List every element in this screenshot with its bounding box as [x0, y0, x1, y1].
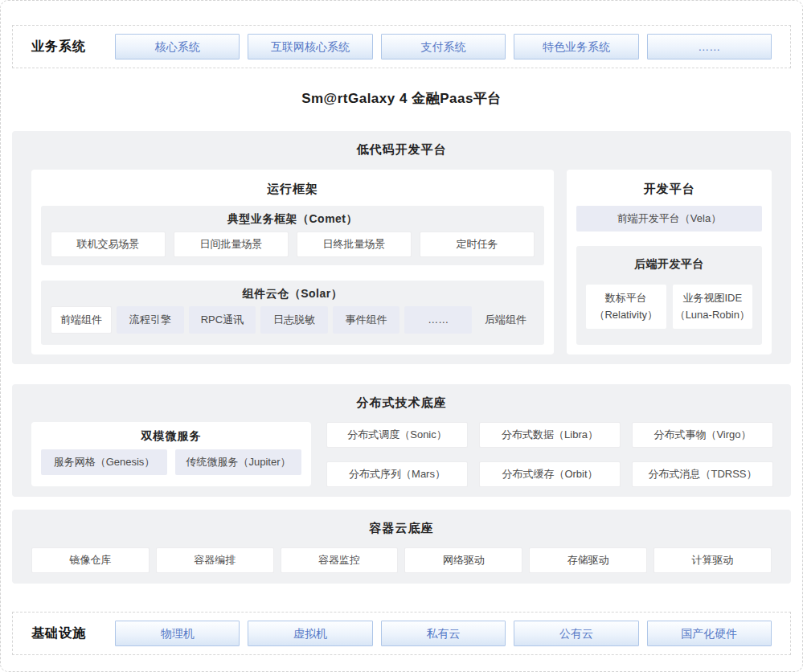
compute-driver-chip: 计算驱动 — [653, 547, 772, 573]
runtime-framework-panel: 运行框架 典型业务框架（Comet） 联机交易场景 日间批量场景 日终批量场景 … — [31, 170, 554, 354]
core-system-button[interactable]: 核心系统 — [115, 34, 240, 59]
relativity-platform-code: （Relativity） — [586, 307, 666, 323]
business-systems-row: 业务系统 核心系统 互联网核心系统 支付系统 特色业务系统 …… — [12, 25, 791, 68]
comet-items: 联机交易场景 日间批量场景 日终批量场景 定时任务 — [51, 232, 535, 257]
luna-robin-ide-name: 业务视图IDE — [673, 290, 753, 306]
online-transaction-chip: 联机交易场景 — [51, 232, 166, 257]
comet-framework-box: 典型业务框架（Comet） 联机交易场景 日间批量场景 日终批量场景 定时任务 — [41, 206, 544, 265]
special-business-system-button[interactable]: 特色业务系统 — [514, 34, 638, 59]
more-systems-button[interactable]: …… — [647, 34, 772, 59]
virgo-transaction-chip: 分布式事物（Virgo） — [632, 422, 773, 448]
runtime-framework-title: 运行框架 — [31, 170, 554, 206]
relativity-platform-card: 数标平台 （Relativity） — [586, 285, 666, 329]
backend-dev-items: 数标平台 （Relativity） 业务视图IDE （Luna-Robin） — [586, 285, 752, 329]
tdrss-message-chip: 分布式消息（TDRSS） — [632, 461, 773, 487]
process-engine-chip: 流程引擎 — [117, 306, 184, 334]
container-monitoring-chip: 容器监控 — [281, 547, 399, 573]
virtual-machine-button[interactable]: 虚拟机 — [248, 621, 372, 646]
business-systems-buttons: 核心系统 互联网核心系统 支付系统 特色业务系统 …… — [115, 34, 772, 59]
physical-machine-button[interactable]: 物理机 — [115, 621, 240, 646]
storage-driver-chip: 存储驱动 — [529, 547, 647, 573]
luna-robin-ide-card: 业务视图IDE （Luna-Robin） — [673, 285, 753, 329]
relativity-platform-name: 数标平台 — [586, 290, 666, 306]
distributed-base-section: 分布式技术底座 双模微服务 服务网格（Genesis） 传统微服务（Jupite… — [12, 384, 791, 497]
platform-title: Sm@rtGalaxy 4 金融Paas平台 — [1, 89, 802, 107]
low-code-platform-title: 低代码开发平台 — [12, 131, 791, 160]
low-code-platform-section: 低代码开发平台 运行框架 典型业务框架（Comet） 联机交易场景 日间批量场景… — [12, 131, 791, 364]
libra-data-chip: 分布式数据（Libra） — [479, 422, 621, 448]
rpc-communication-chip: RPC通讯 — [189, 306, 256, 334]
jupiter-microservice-chip: 传统微服务（Jupiter） — [175, 449, 301, 475]
infrastructure-row: 基础设施 物理机 虚拟机 私有云 公有云 国产化硬件 — [12, 612, 791, 655]
event-component-chip: 事件组件 — [333, 306, 400, 334]
frontend-component-chip: 前端组件 — [51, 306, 112, 334]
infrastructure-label: 基础设施 — [31, 625, 115, 642]
vela-frontend-platform-chip: 前端开发平台（Vela） — [576, 206, 762, 232]
internet-core-system-button[interactable]: 互联网核心系统 — [248, 34, 372, 59]
sonic-scheduling-chip: 分布式调度（Sonic） — [326, 422, 468, 448]
container-cloud-items: 镜像仓库 容器编排 容器监控 网络驱动 存储驱动 计算驱动 — [31, 547, 772, 573]
image-registry-chip: 镜像仓库 — [31, 547, 150, 573]
daytime-batch-chip: 日间批量场景 — [174, 232, 289, 257]
more-components-chip: …… — [404, 306, 472, 334]
private-cloud-button[interactable]: 私有云 — [381, 621, 506, 646]
log-masking-chip: 日志脱敏 — [260, 306, 328, 334]
scheduled-task-chip: 定时任务 — [420, 232, 535, 257]
container-cloud-title: 容器云底座 — [12, 510, 791, 539]
dev-platform-title: 开发平台 — [567, 170, 772, 206]
luna-robin-ide-code: （Luna-Robin） — [673, 307, 753, 323]
eod-batch-chip: 日终批量场景 — [297, 232, 412, 257]
solar-items: 前端组件 流程引擎 RPC通讯 日志脱敏 事件组件 …… 后端组件 — [51, 306, 535, 334]
dual-mode-microservice-title: 双模微服务 — [31, 422, 311, 449]
backend-dev-platform-box: 后端开发平台 数标平台 （Relativity） 业务视图IDE （Luna-R… — [576, 246, 762, 345]
architecture-diagram: 业务系统 核心系统 互联网核心系统 支付系统 特色业务系统 …… Sm@rtGa… — [0, 0, 803, 672]
dual-mode-items: 服务网格（Genesis） 传统微服务（Jupiter） — [41, 449, 301, 475]
distributed-base-title: 分布式技术底座 — [12, 384, 791, 413]
comet-framework-title: 典型业务框架（Comet） — [41, 206, 544, 232]
payment-system-button[interactable]: 支付系统 — [381, 34, 506, 59]
domestic-hardware-button[interactable]: 国产化硬件 — [647, 621, 772, 646]
solar-component-title: 组件云仓（Solar） — [41, 281, 544, 306]
solar-component-box: 组件云仓（Solar） 前端组件 流程引擎 RPC通讯 日志脱敏 事件组件 ……… — [41, 281, 544, 345]
genesis-service-mesh-chip: 服务网格（Genesis） — [41, 449, 167, 475]
orbit-cache-chip: 分布式缓存（Orbit） — [479, 461, 621, 487]
dev-platform-panel: 开发平台 前端开发平台（Vela） 后端开发平台 数标平台 （Relativit… — [567, 170, 772, 354]
public-cloud-button[interactable]: 公有云 — [514, 621, 638, 646]
low-code-body: 运行框架 典型业务框架（Comet） 联机交易场景 日间批量场景 日终批量场景 … — [12, 160, 791, 354]
backend-component-label: 后端组件 — [477, 306, 535, 334]
container-cloud-section: 容器云底座 镜像仓库 容器编排 容器监控 网络驱动 存储驱动 计算驱动 — [12, 510, 791, 584]
network-driver-chip: 网络驱动 — [404, 547, 522, 573]
dual-mode-microservice-panel: 双模微服务 服务网格（Genesis） 传统微服务（Jupiter） — [31, 422, 311, 486]
container-orchestration-chip: 容器编排 — [156, 547, 274, 573]
distributed-items-grid: 分布式调度（Sonic） 分布式数据（Libra） 分布式事物（Virgo） 分… — [326, 422, 773, 487]
business-systems-label: 业务系统 — [31, 39, 115, 55]
mars-sequence-chip: 分布式序列（Mars） — [326, 461, 468, 487]
distributed-body: 双模微服务 服务网格（Genesis） 传统微服务（Jupiter） 分布式调度… — [12, 413, 791, 487]
infrastructure-buttons: 物理机 虚拟机 私有云 公有云 国产化硬件 — [115, 621, 772, 646]
backend-dev-platform-title: 后端开发平台 — [576, 246, 762, 272]
